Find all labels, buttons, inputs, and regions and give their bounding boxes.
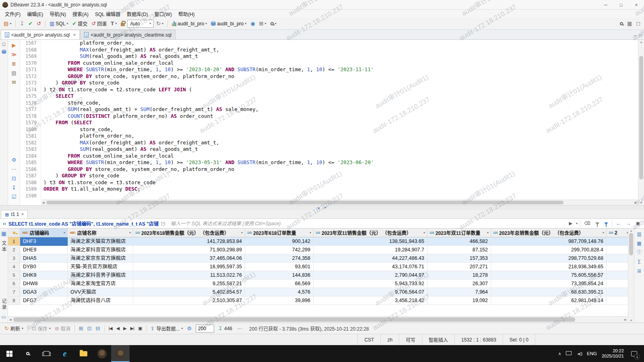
grid-cell[interactable]: 19,092	[427, 296, 491, 305]
status-item-5[interactable]: 1532 : 1 : 63883	[454, 334, 503, 345]
row-header[interactable]: 5	[8, 271, 20, 280]
code-line-text[interactable]: SUM(real_goods_amt_t) + SUM(order_freigh…	[41, 106, 258, 113]
grid-view-tab[interactable]: ▦	[1, 231, 7, 237]
panel-toggle-icon[interactable]: ▣	[635, 221, 641, 226]
grid-cell[interactable]: DHK9	[20, 271, 68, 280]
grid-cell[interactable]: 87,152	[427, 246, 491, 254]
close-button[interactable]: ×	[629, 0, 644, 9]
grid-cell[interactable]: 39,896	[245, 296, 314, 305]
scroll-left-icon[interactable]: ◀	[41, 201, 45, 204]
menu-item-4[interactable]: 搜索(A)	[69, 10, 92, 18]
grid-corner[interactable]	[8, 228, 20, 237]
menu-item-8[interactable]: 帮助(H)	[175, 10, 198, 18]
code-line-text[interactable]	[41, 193, 43, 200]
grid-cell[interactable]: 466,582	[427, 237, 491, 246]
code-line-text[interactable]: ) GROUP BY store_code	[41, 173, 119, 179]
menu-item-6[interactable]: 数据库(D)	[124, 10, 151, 18]
grid-cell[interactable]: 11,513,022.76	[133, 271, 245, 280]
grid-cell[interactable]: 5,402,854.57	[133, 288, 245, 296]
toggle-layout-button[interactable]: ◻	[634, 20, 642, 27]
refresh-button[interactable]: ↻刷新▾	[3, 324, 25, 333]
grid-cell[interactable]: DYB0	[20, 263, 68, 271]
fetch-button[interactable]: ↧	[18, 20, 26, 27]
grid-cell[interactable]: 141,728,853.84	[133, 237, 245, 246]
tray-display-icon[interactable]	[566, 351, 572, 356]
code-line-text[interactable]: MAX(order_freight_amt) AS order_freight_…	[41, 47, 219, 53]
grid-cell[interactable]: 海澜之家天猫官方旗舰店	[68, 237, 133, 246]
menu-item-3[interactable]: 导航(N)	[46, 10, 69, 18]
filter-query-text[interactable]: SELECT t1.store_code AS "店铺编码", t1.store…	[8, 220, 159, 227]
status-item-3[interactable]: 可写	[399, 334, 422, 345]
expand-query-icon[interactable]: ◳	[161, 221, 165, 226]
settings-gear-icon[interactable]: ⚙	[12, 157, 17, 162]
row-header[interactable]: 2	[8, 246, 20, 254]
scroll-thumb[interactable]	[629, 233, 633, 255]
row-header[interactable]: 8	[8, 296, 20, 305]
delete-row-button[interactable]: ⊟	[94, 325, 102, 332]
grid-cell[interactable]: DHF3	[20, 237, 68, 246]
grid-cell[interactable]	[607, 271, 628, 280]
export-icon[interactable]: ⊡	[12, 176, 16, 181]
grid-cell[interactable]: DHA5	[20, 254, 68, 263]
row-header[interactable]: 1	[8, 237, 20, 246]
cancel-button[interactable]: ⊘取消	[53, 324, 72, 333]
grid-cell[interactable]	[607, 288, 628, 296]
history-forward-icon[interactable]: →	[625, 220, 632, 226]
grid-cell[interactable]: 742,299	[245, 246, 314, 254]
code-line-text[interactable]: COUNT(DISTINCT platform_order_no) AS ord…	[41, 113, 213, 120]
database-selector[interactable]: audit_bi_pro▾	[209, 20, 248, 28]
column-dropdown-icon[interactable]: ▾	[308, 231, 311, 234]
grid-cell[interactable]: 3,456,218.42	[314, 296, 427, 305]
grid-cell[interactable]: 987,709,148.76	[491, 237, 607, 246]
maximize-results-icon[interactable]: ▼	[324, 206, 327, 210]
history-back-icon[interactable]: ←	[615, 220, 622, 226]
grid-cell[interactable]	[607, 254, 628, 263]
code-line-text[interactable]: GROUP BY store_code, system_order_no, pl…	[41, 166, 234, 173]
row-header[interactable]: 7	[8, 288, 20, 296]
editor-horizontal-scrollbar[interactable]: ◀ ▶	[41, 200, 638, 205]
grid-cell[interactable]: 7,964	[427, 288, 491, 296]
checklist-icon[interactable]: ☑	[12, 194, 17, 200]
grid-cell[interactable]: 298,770,529.68	[491, 254, 607, 263]
sql-mode-dropdown[interactable]: ▥SQL▾	[48, 20, 70, 28]
scroll-thumb[interactable]	[13, 317, 575, 322]
filter-input[interactable]	[167, 221, 565, 226]
grid-cell[interactable]: 9,706,564.07	[314, 288, 427, 296]
volume-icon[interactable]: ◄))	[576, 352, 582, 356]
code-line-text[interactable]: platform_order_no,	[41, 40, 134, 47]
code-area[interactable]: 1567 platform_order_no,1568 MAX(order_fr…	[20, 40, 638, 205]
dbeaver-taskbar-button-1[interactable]	[93, 345, 111, 362]
focus-row-button[interactable]: ▣	[136, 325, 143, 332]
code-line-text[interactable]: WHERE SUBSTR(min_order_time, 1, 10) >= '…	[41, 66, 374, 73]
row-count-button[interactable]: ↧446	[217, 325, 234, 332]
column-header-4[interactable]: 1232023年618订单数量▾	[245, 228, 314, 237]
last-row-button[interactable]: ▶|	[129, 325, 136, 332]
code-line-text[interactable]: ORDER BY t1.all_sale_money DESC;	[41, 186, 140, 193]
code-line-text[interactable]: MAX(order_freight_amt) AS order_freight_…	[41, 140, 219, 146]
column-header-5[interactable]: 1232023年双11销售金额（元） （包含运费）▾	[314, 228, 427, 237]
status-item-6[interactable]: Sel: 0 | 0	[503, 334, 535, 345]
text-view-tab[interactable]: 文本	[0, 241, 7, 253]
scroll-track[interactable]	[12, 317, 623, 323]
results-tab-t1[interactable]: ▦ t1 1 ×	[1, 210, 28, 218]
next-row-button[interactable]: ▶	[122, 325, 128, 332]
execute-script-icon[interactable]: ≫	[11, 52, 17, 57]
scroll-track[interactable]	[638, 43, 644, 202]
grid-cell[interactable]: 274,358	[245, 254, 314, 263]
maximize-button[interactable]: □	[613, 0, 629, 9]
aggregate-panel-icon[interactable]: Σ	[638, 259, 640, 264]
scroll-track[interactable]	[628, 232, 634, 319]
grid-cell[interactable]: 299,700,828.4	[491, 246, 607, 254]
grid-cell[interactable]: 海澜之家京东官方旗舰店	[68, 254, 133, 263]
record-icon[interactable]: ▭	[2, 315, 6, 319]
grid-cell[interactable]: 9,255,587.21	[133, 280, 245, 288]
code-line-text[interactable]: ) t2 ON t1.store_code = t2.store_code LE…	[41, 86, 192, 93]
grid-cell[interactable]: 62,981,049.14	[491, 296, 607, 305]
row-header[interactable]: 4	[8, 263, 20, 271]
code-line-text[interactable]: platform_order_no,	[41, 133, 134, 140]
explorer-button[interactable]	[74, 345, 93, 362]
grid-cell[interactable]: DGA3	[20, 288, 68, 296]
minimize-view-icon[interactable]: ─	[634, 33, 639, 39]
editor-vertical-scrollbar[interactable]: ▲ ▼	[638, 40, 644, 205]
grid-horizontal-scrollbar[interactable]: ◀ ▶	[8, 316, 628, 323]
